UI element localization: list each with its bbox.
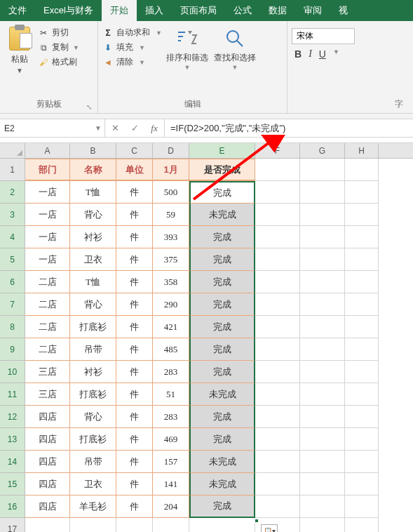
chevron-down-icon[interactable]: ▼ <box>95 124 102 132</box>
col-header-H[interactable]: H <box>345 143 379 158</box>
row-header-10[interactable]: 10 <box>0 361 25 383</box>
cell[interactable]: 一店 <box>25 226 70 248</box>
cell[interactable] <box>116 518 153 532</box>
cell[interactable]: 四店 <box>25 406 70 428</box>
row-header-3[interactable]: 3 <box>0 204 25 226</box>
cell[interactable] <box>255 338 300 361</box>
cell[interactable] <box>345 428 379 451</box>
cell[interactable]: 141 <box>153 473 189 496</box>
font-name-selector[interactable]: 宋体 <box>292 28 355 44</box>
cell[interactable]: 件 <box>116 451 153 473</box>
cell[interactable]: 完成 <box>189 181 255 204</box>
cell[interactable]: 二店 <box>25 316 70 338</box>
tab-home[interactable]: 开始 <box>102 0 137 21</box>
col-header-D[interactable]: D <box>153 143 189 158</box>
cell[interactable] <box>300 293 345 316</box>
cell[interactable]: 卫衣 <box>70 473 116 496</box>
cell[interactable]: 283 <box>153 406 189 428</box>
cell[interactable]: 未完成 <box>189 473 255 496</box>
row-header-5[interactable]: 5 <box>0 248 25 271</box>
cell[interactable]: 二店 <box>25 338 70 361</box>
cell[interactable]: 完成 <box>189 248 255 271</box>
cell[interactable]: 完成 <box>189 293 255 316</box>
cell[interactable]: 名称 <box>70 159 116 181</box>
cell[interactable] <box>255 271 300 293</box>
cell[interactable] <box>300 248 345 271</box>
cell[interactable]: 完成 <box>189 406 255 428</box>
cell[interactable]: 完成 <box>189 316 255 338</box>
cell[interactable] <box>255 361 300 383</box>
cell[interactable]: 衬衫 <box>70 361 116 383</box>
cell[interactable] <box>345 473 379 496</box>
accept-formula-button[interactable]: ✓ <box>125 119 144 137</box>
row-header-14[interactable]: 14 <box>0 451 25 473</box>
cell[interactable]: 157 <box>153 451 189 473</box>
cell[interactable]: 未完成 <box>189 204 255 226</box>
cell[interactable] <box>345 293 379 316</box>
paste-options-button[interactable]: 📋▾ <box>261 524 278 532</box>
fill-handle[interactable] <box>255 519 259 523</box>
cell[interactable]: 51 <box>153 383 189 406</box>
tab-file[interactable]: 文件 <box>0 0 35 21</box>
col-header-G[interactable]: G <box>300 143 345 158</box>
cell[interactable]: 393 <box>153 226 189 248</box>
cell[interactable]: 单位 <box>116 159 153 181</box>
cell[interactable]: 背心 <box>70 204 116 226</box>
cell[interactable] <box>255 204 300 226</box>
cell[interactable] <box>345 204 379 226</box>
cell[interactable] <box>345 226 379 248</box>
cell[interactable]: 是否完成 <box>189 159 255 181</box>
row-header-8[interactable]: 8 <box>0 316 25 338</box>
cell[interactable] <box>345 271 379 293</box>
cell[interactable] <box>255 451 300 473</box>
cell[interactable]: 件 <box>116 181 153 204</box>
cell[interactable] <box>255 226 300 248</box>
cell[interactable]: 件 <box>116 338 153 361</box>
cell[interactable]: 1月 <box>153 159 189 181</box>
cell[interactable]: 件 <box>116 316 153 338</box>
cell[interactable]: 件 <box>116 473 153 496</box>
cell[interactable] <box>345 248 379 271</box>
cell[interactable] <box>255 406 300 428</box>
cell[interactable]: 衬衫 <box>70 226 116 248</box>
cell[interactable] <box>153 518 189 532</box>
cell[interactable]: 背心 <box>70 293 116 316</box>
cell[interactable]: 背心 <box>70 406 116 428</box>
cell[interactable] <box>255 496 300 518</box>
cell[interactable]: 件 <box>116 248 153 271</box>
cell[interactable]: 件 <box>116 204 153 226</box>
cell[interactable]: 四店 <box>25 451 70 473</box>
cell[interactable]: 485 <box>153 338 189 361</box>
row-header-11[interactable]: 11 <box>0 383 25 406</box>
underline-button[interactable]: U <box>319 48 326 60</box>
col-header-F[interactable]: F <box>255 143 300 158</box>
cell[interactable]: 打底衫 <box>70 428 116 451</box>
cell[interactable]: 部门 <box>25 159 70 181</box>
cell[interactable]: 打底衫 <box>70 383 116 406</box>
paste-button[interactable]: 粘贴 ▼ <box>4 24 35 96</box>
cell[interactable] <box>255 159 300 181</box>
cell[interactable]: 500 <box>153 181 189 204</box>
cell[interactable]: 二店 <box>25 271 70 293</box>
cell[interactable]: 四店 <box>25 473 70 496</box>
row-header-9[interactable]: 9 <box>0 338 25 361</box>
autosum-button[interactable]: Σ自动求和▼ <box>102 27 162 39</box>
select-all-corner[interactable] <box>0 143 25 158</box>
tab-formulas[interactable]: 公式 <box>225 0 260 21</box>
cell[interactable]: 未完成 <box>189 451 255 473</box>
col-header-C[interactable]: C <box>116 143 153 158</box>
cell[interactable] <box>255 293 300 316</box>
cell[interactable] <box>255 473 300 496</box>
row-header-12[interactable]: 12 <box>0 406 25 428</box>
find-select-button[interactable]: 查找和选择 ▼ <box>212 24 257 96</box>
col-header-E[interactable]: E <box>189 143 255 158</box>
cell[interactable] <box>300 428 345 451</box>
cell[interactable] <box>255 248 300 271</box>
cell[interactable] <box>300 496 345 518</box>
cell[interactable]: 卫衣 <box>70 248 116 271</box>
cell[interactable]: 204 <box>153 496 189 518</box>
cell[interactable] <box>300 338 345 361</box>
row-header-1[interactable]: 1 <box>0 159 25 181</box>
cell[interactable] <box>345 383 379 406</box>
cell[interactable] <box>70 518 116 532</box>
